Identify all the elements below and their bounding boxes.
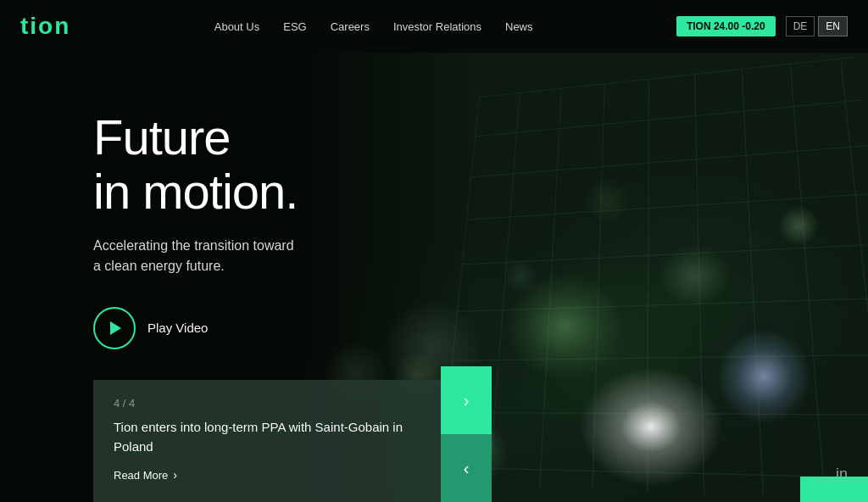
logo[interactable]: TION — [20, 13, 70, 40]
read-more-arrow-icon: › — [173, 468, 177, 482]
play-video-button[interactable]: Play Video — [93, 307, 298, 349]
play-label: Play Video — [147, 321, 208, 335]
nav-right: TION 24.00 -0.20 DE EN — [676, 16, 848, 36]
hero-title-line2: in motion. — [93, 164, 298, 219]
prev-arrow-icon: ‹ — [464, 459, 470, 478]
news-text: Tion enters into long-term PPA with Sain… — [114, 418, 420, 456]
news-card: 4 / 4 Tion enters into long-term PPA wit… — [93, 380, 441, 502]
grid-overlay — [439, 57, 868, 500]
lang-en[interactable]: EN — [818, 16, 848, 36]
nav-item-careers[interactable]: Careers — [331, 19, 370, 34]
nav-link-esg[interactable]: ESG — [283, 20, 306, 33]
stock-ticker[interactable]: TION 24.00 -0.20 — [676, 16, 776, 36]
nav-link-careers[interactable]: Careers — [331, 20, 370, 33]
nav-links: About Us ESG Careers Investor Relations … — [214, 19, 533, 34]
nav-link-news[interactable]: News — [505, 20, 533, 33]
nav-item-about[interactable]: About Us — [214, 19, 259, 34]
hero-content: Future in motion. Accelerating the trans… — [93, 110, 298, 349]
hero-subtitle: Accelerating the transition towarda clea… — [93, 236, 298, 276]
language-switcher: DE EN — [786, 16, 848, 36]
news-next-button[interactable]: › — [441, 366, 492, 434]
nav-link-investor[interactable]: Investor Relations — [393, 20, 481, 33]
nav-link-about[interactable]: About Us — [214, 20, 259, 33]
news-counter: 4 / 4 — [114, 397, 420, 410]
logo-text: TION — [20, 13, 70, 40]
hero-title: Future in motion. — [93, 110, 298, 219]
lang-de[interactable]: DE — [786, 16, 815, 36]
news-prev-button[interactable]: ‹ — [441, 434, 492, 502]
read-more-label: Read More — [114, 469, 168, 482]
nav-item-esg[interactable]: ESG — [283, 19, 306, 34]
main-nav: TION About Us ESG Careers Investor Relat… — [0, 0, 868, 53]
bottom-teal-strip — [800, 477, 868, 502]
hero-title-line1: Future — [93, 109, 231, 165]
play-circle-icon — [93, 307, 136, 349]
nav-item-investor[interactable]: Investor Relations — [393, 19, 481, 34]
news-nav-arrows: › ‹ — [441, 366, 492, 502]
nav-item-news[interactable]: News — [505, 19, 533, 34]
next-arrow-icon: › — [464, 391, 470, 410]
play-triangle-icon — [110, 321, 121, 335]
read-more-link[interactable]: Read More › — [114, 468, 420, 482]
